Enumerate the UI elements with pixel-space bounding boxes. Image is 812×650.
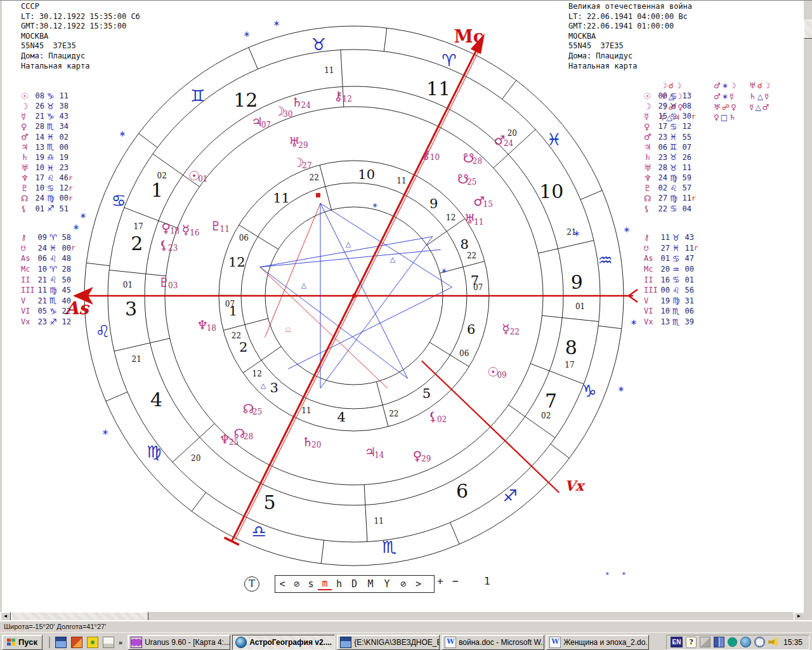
teal-circle-tray-icon[interactable] — [728, 637, 737, 647]
chart1-planet-list: ☉08♑11☽26♉38☿21♑43♀28♏34♂14♓02♃13♏00♄19♎… — [21, 91, 74, 214]
step-button-sym[interactable]: ⊘ — [395, 578, 411, 590]
outer-house-number: 5 — [263, 491, 275, 514]
zodiac-sign-glyph: ♍ — [147, 442, 161, 461]
wheel-planet-degree: 22 — [510, 328, 520, 336]
butterfly-icon — [131, 637, 142, 648]
inner-house-number: 6 — [467, 322, 475, 337]
list-row: ♅10♓23 — [21, 162, 74, 173]
sign-boundary — [502, 81, 516, 100]
taskbar-button-label: Uranus 9.60 - [Карта 4:... — [145, 638, 230, 647]
list-row: V21♏40 — [21, 296, 77, 307]
step-button->[interactable]: > — [411, 578, 426, 590]
aspect-cell: ☽☌☽ — [660, 81, 683, 90]
step-button-m[interactable]: m — [318, 578, 332, 590]
aspect-cell: ♂∗☽ — [714, 81, 738, 90]
step-button-D[interactable]: D — [346, 578, 362, 590]
aspect-cell: ☿△♃ — [660, 113, 681, 122]
wheel-planet-degree: 20 — [311, 441, 321, 449]
aspect-cell: ♀□♄ — [714, 113, 737, 122]
house-icon[interactable] — [71, 637, 82, 648]
step-button-Y[interactable]: Y — [379, 578, 395, 590]
outer-cusp-degree: 01 — [575, 302, 585, 311]
inner-cusp-degree: 06 — [239, 234, 249, 242]
windows-logo-icon — [7, 639, 16, 646]
outer-cusp-degree: 01 — [123, 281, 133, 289]
volume-icon[interactable] — [768, 637, 778, 647]
scatter-star: ∗ — [80, 211, 87, 220]
outer-house-cusp — [530, 364, 584, 384]
inner-house-number: 3 — [270, 380, 278, 395]
help-tray-icon[interactable]: ? — [686, 637, 697, 648]
list-row: ⚸01♐51 — [21, 204, 74, 214]
vertical-scrollbar[interactable] — [804, 1, 812, 620]
wheel-planet-degree: 18 — [170, 227, 180, 235]
inner-house-cusp — [427, 218, 465, 245]
quick-launch-overflow-chevron[interactable]: » — [119, 639, 122, 646]
taskbar-button[interactable]: АстроГеография v2.... — [232, 635, 335, 650]
wheel-planet-degree: 14 — [374, 451, 384, 460]
aspect-line — [265, 203, 320, 337]
outer-house-number: 7 — [545, 390, 557, 412]
sign-boundary — [321, 540, 324, 564]
inner-house-number: 8 — [461, 237, 469, 252]
vertical-scroll-thumb[interactable] — [804, 20, 812, 39]
inner-cusp-degree: 22 — [389, 409, 398, 418]
wheel-planet-degree: 03 — [168, 281, 178, 290]
wheel-planet-degree: 11 — [474, 218, 483, 227]
zodiac-sign-glyph: ♌ — [95, 322, 110, 341]
asterisk-mark: ∗ — [622, 569, 626, 578]
wheel-planet-degree: 24 — [301, 101, 311, 110]
taskbar-button[interactable]: Wвойна.doc - Microsoft W... — [442, 635, 544, 650]
list-row: ☋24♓00r — [21, 243, 77, 254]
wheel-planet-glyph: ⚷ — [421, 147, 431, 162]
outer-house-number: 11 — [426, 77, 450, 100]
wheel-planet-degree: 28 — [244, 432, 253, 441]
window-icon[interactable] — [55, 637, 67, 648]
step-button-M[interactable]: M — [362, 578, 379, 590]
t-button[interactable]: T — [244, 576, 259, 592]
globe-tray-icon[interactable] — [740, 637, 751, 647]
taskbar: Пуск » Uranus 9.60 - [Карта 4:...АстроГе… — [0, 632, 812, 650]
step-button-<[interactable]: < — [275, 578, 289, 590]
taskbar-button[interactable]: Uranus 9.60 - [Карта 4:... — [128, 635, 230, 650]
wheel-planet-glyph: ⚸ — [428, 409, 438, 424]
step-button-h[interactable]: h — [332, 578, 346, 590]
list-row: ⚷11♉43 — [644, 232, 700, 243]
globe-icon — [235, 637, 247, 648]
outer-cusp-degree: 02 — [541, 411, 551, 420]
inner-cusp-degree: 11 — [301, 406, 311, 415]
notes-pen-icon[interactable] — [103, 637, 114, 648]
language-indicator[interactable]: EN — [671, 637, 683, 647]
sign-boundary — [106, 392, 128, 401]
horizontal-scrollbar[interactable]: ◄ ► — [0, 612, 804, 620]
aspect-line — [260, 249, 441, 267]
list-row: Mc10♈28 — [21, 264, 77, 275]
aspect-glyph: △ — [261, 381, 266, 389]
desktop: ♈♉♊♋♌♍♎♏♐♑♒♓1234567891011121234567891011… — [0, 0, 812, 650]
zodiac-sign-glyph: ♏ — [382, 538, 396, 557]
step-button-sym[interactable]: ⊘ — [289, 578, 304, 590]
wheel-planet-degree: 12 — [343, 95, 352, 103]
clock-tray-icon[interactable] — [754, 637, 765, 647]
plus-button[interactable]: + — [437, 575, 443, 587]
outer-cusp-degree: 02 — [157, 171, 167, 180]
outer-house-number: 2 — [131, 232, 143, 255]
aspect-line — [260, 267, 388, 388]
taskbar-button[interactable]: {E:\KNIGA\ЗВЕЗДНОЕ_В... — [337, 635, 440, 650]
wheel-planet-glyph: ♀ — [161, 220, 171, 235]
inner-cusp-degree: 07 — [225, 300, 235, 308]
minus-button[interactable]: − — [452, 575, 459, 587]
outer-cusp-degree: 20 — [508, 129, 517, 138]
monitors-tray-icon[interactable] — [714, 637, 724, 647]
yellow-disk-icon[interactable] — [87, 637, 98, 648]
start-button[interactable]: Пуск — [2, 635, 43, 650]
inner-house-cusp — [243, 347, 281, 373]
taskbar-button[interactable]: WЖенщина и эпоха_2.do... — [546, 635, 649, 650]
quick-launch: » — [49, 637, 122, 648]
scatter-star: ∗ — [273, 18, 280, 28]
taskbar-clock[interactable]: 15:35 — [781, 638, 805, 647]
step-button-s[interactable]: s — [304, 578, 318, 590]
inner-house-number: 2 — [239, 340, 247, 355]
gray-app-tray-icon[interactable] — [700, 637, 710, 647]
outer-cusp-degree: 11 — [374, 517, 384, 526]
